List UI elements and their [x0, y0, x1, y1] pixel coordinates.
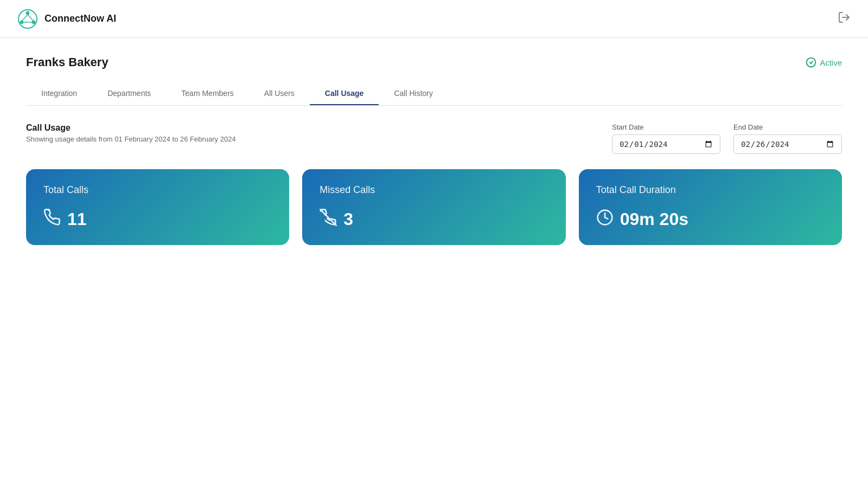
brand: ConnectNow AI	[17, 9, 116, 29]
tab-call-usage[interactable]: Call Usage	[310, 82, 379, 105]
total-calls-card: Total Calls 11	[26, 169, 289, 245]
missed-calls-card: Missed Calls 3	[302, 169, 565, 245]
logout-button[interactable]	[838, 11, 851, 27]
start-date-input-wrapper[interactable]	[612, 134, 720, 154]
start-date-field: Start Date	[612, 123, 720, 154]
clock-icon	[596, 209, 614, 230]
end-date-input-wrapper[interactable]	[733, 134, 842, 154]
app-name: ConnectNow AI	[44, 13, 116, 24]
status-label: Active	[820, 58, 842, 67]
end-date-input[interactable]	[741, 139, 835, 149]
missed-calls-title: Missed Calls	[320, 184, 548, 196]
navbar: ConnectNow AI	[0, 0, 868, 38]
status-badge: Active	[806, 57, 842, 68]
missed-calls-number: 3	[343, 209, 353, 229]
total-duration-card: Total Call Duration 09m 20s	[579, 169, 842, 245]
total-calls-number: 11	[67, 209, 87, 229]
main-content: Franks Bakery Active Integration Departm…	[0, 38, 868, 488]
phone-icon	[43, 209, 61, 230]
missed-calls-value: 3	[320, 209, 548, 230]
start-date-label: Start Date	[612, 123, 720, 131]
page-header: Franks Bakery Active	[26, 55, 842, 69]
tab-call-history[interactable]: Call History	[379, 82, 448, 105]
svg-line-5	[22, 15, 28, 21]
svg-point-1	[26, 11, 29, 15]
tabs: Integration Departments Team Members All…	[26, 82, 842, 106]
end-date-label: End Date	[733, 123, 842, 131]
total-calls-title: Total Calls	[43, 184, 272, 196]
total-duration-value: 09m 20s	[596, 209, 825, 230]
tab-departments[interactable]: Departments	[92, 82, 166, 105]
tab-team-members[interactable]: Team Members	[166, 82, 248, 105]
app-logo	[17, 9, 38, 29]
missed-call-icon	[320, 209, 337, 230]
date-filters: Start Date End Date	[612, 123, 842, 154]
section-info: Call Usage Showing usage details from 01…	[26, 123, 236, 143]
svg-line-4	[28, 15, 34, 21]
tab-all-users[interactable]: All Users	[249, 82, 310, 105]
section-header: Call Usage Showing usage details from 01…	[26, 123, 842, 154]
end-date-field: End Date	[733, 123, 842, 154]
page-title: Franks Bakery	[26, 55, 108, 69]
total-duration-title: Total Call Duration	[596, 184, 825, 196]
total-calls-value: 11	[43, 209, 272, 230]
start-date-input[interactable]	[619, 139, 713, 149]
total-duration-number: 09m 20s	[620, 209, 688, 229]
tab-integration[interactable]: Integration	[26, 82, 92, 105]
active-check-icon	[806, 57, 816, 68]
section-subtitle: Showing usage details from 01 February 2…	[26, 135, 236, 143]
section-title: Call Usage	[26, 123, 236, 133]
stat-cards: Total Calls 11 Missed Calls	[26, 169, 842, 245]
